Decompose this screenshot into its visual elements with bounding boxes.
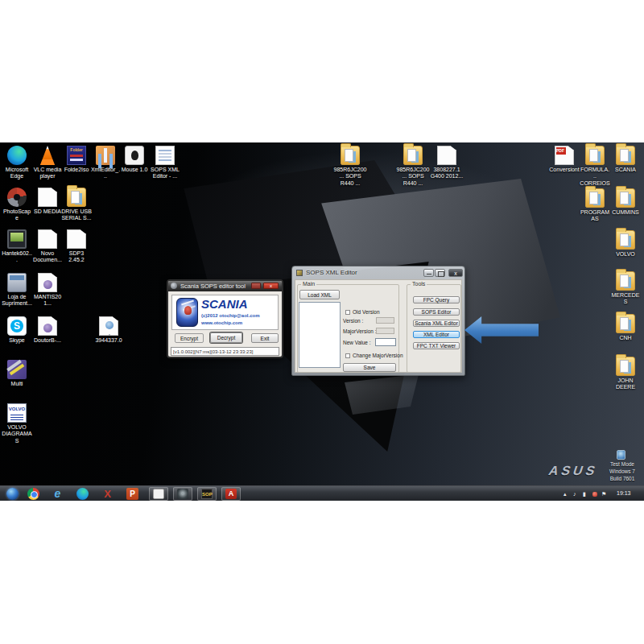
icon-label: PhotoScape <box>2 208 32 222</box>
desktop-icon-sops-folder-2[interactable]: 985R6JC200... SOPS R440 ... <box>396 146 430 187</box>
icon-label: MERCEDES <box>610 292 641 306</box>
chrome-icon[interactable] <box>27 488 39 500</box>
desktop-icon-xmleditor[interactable]: XmlEditor_... <box>90 146 121 180</box>
desktop-icon-skype[interactable]: Skype <box>2 316 32 344</box>
xml-window-titlebar[interactable]: SOPS XML Editor x <box>292 266 464 279</box>
save-button[interactable]: Save <box>343 363 396 372</box>
open-app-document-button[interactable] <box>149 487 168 501</box>
pdf-icon: PDF <box>555 146 574 165</box>
desktop-icon-loja[interactable]: Loja de Supriment... <box>2 273 32 308</box>
open-app-dark-button[interactable] <box>173 487 192 501</box>
desktop-icon-sops-xml-editor[interactable]: SOPS XML Editor - ... <box>150 146 180 180</box>
desktop-icon-g400-file[interactable]: 3808227.1 G400 2012... <box>430 146 464 180</box>
desktop-icon-drive-usb[interactable]: DRIVE USB SERIAL S... <box>61 188 92 222</box>
majorversion-label: MajorVersion : <box>343 328 377 334</box>
icon-label: 985R6JC200... SOPS R440 ... <box>333 167 367 187</box>
desktop-icon-john-deere[interactable]: JOHN DEERE <box>610 357 641 391</box>
desktop-icon-microsoft-edge[interactable]: Microsoft Edge <box>2 146 32 180</box>
desktop-icon-formula-correios[interactable]: FORMULA... CORREIOS <box>580 146 610 187</box>
scania-status-bar: [v1.0.002][N7:ms][03-13-12 23:33:23] <box>171 347 279 356</box>
xml-window-icon <box>296 270 303 276</box>
tray-alert-icon[interactable] <box>592 492 597 497</box>
volvo-diagramas-icon: VOLVO <box>7 403 27 423</box>
desktop-icon-sops-folder-1[interactable]: 985R6JC200... SOPS R440 ... <box>333 146 367 187</box>
powerpoint-icon[interactable]: P <box>126 488 138 500</box>
tray-network-icon[interactable]: ▮ <box>583 491 586 497</box>
change-majorversion-checkbox[interactable] <box>345 353 350 358</box>
internet-explorer-icon[interactable]: e <box>52 488 64 500</box>
decrypt-button[interactable]: Decrypt <box>210 332 242 343</box>
icon-label: VOLVO <box>610 251 641 258</box>
scania-xml-editor-button[interactable]: Scania XML Editor <box>413 320 460 327</box>
sops-xml-editor-window: SOPS XML Editor x Main Load XML Old Vers… <box>291 266 465 376</box>
sops-editor-button[interactable]: SOPS Editor <box>413 308 460 316</box>
version-field[interactable] <box>376 317 394 324</box>
tray-flag-icon[interactable]: ⚑ <box>601 491 606 497</box>
desktop-icon-sd-media[interactable]: SD MEDIA <box>32 188 63 215</box>
document-icon <box>67 229 86 249</box>
edge-taskbar-icon[interactable] <box>76 488 89 500</box>
folder-icon <box>616 314 635 333</box>
folder-icon <box>585 188 605 208</box>
minimize-button[interactable] <box>251 283 261 289</box>
taskbar-clock[interactable]: 19:13 <box>617 490 631 496</box>
load-xml-button[interactable]: Load XML <box>299 290 340 299</box>
maximize-button[interactable] <box>435 269 445 277</box>
tray-speaker-icon[interactable]: ♪ <box>573 491 576 497</box>
desktop-icon-cnh[interactable]: CNH <box>610 314 641 341</box>
close-button[interactable]: x <box>263 283 279 289</box>
old-version-checkbox[interactable] <box>345 310 350 315</box>
red-x-app-icon[interactable]: X <box>101 488 114 500</box>
xml-listbox[interactable] <box>299 302 341 368</box>
laptop-deck-highlight <box>345 374 425 415</box>
sops-doc-icon <box>155 146 175 165</box>
open-app-adobe-button[interactable]: A <box>221 487 241 501</box>
fpc-txt-viewer-button[interactable]: FPC TXT Viewer <box>413 342 460 349</box>
desktop-icon-folder2iso[interactable]: Folder Folde2Iso <box>61 146 92 173</box>
monitor-icon <box>7 229 27 249</box>
majorversion-field[interactable] <box>376 328 394 334</box>
tray-caret-icon[interactable]: ▴ <box>564 491 567 497</box>
document-icon <box>38 188 57 207</box>
desktop-icon-multi[interactable]: Multi <box>2 360 32 387</box>
icon-label: Hantek602... <box>2 250 32 264</box>
xml-editor-button[interactable]: XML Editor <box>413 331 460 338</box>
desktop-icon-novo-documento[interactable]: Novo Documen... <box>32 229 63 264</box>
folder2iso-icon: Folder <box>67 146 86 165</box>
desktop-icon-scania-folder[interactable]: SCANIA <box>610 146 641 173</box>
desktop-icon-3944337[interactable]: 3944337.0 <box>93 316 124 344</box>
desktop-icon-vlc[interactable]: VLC media player <box>32 146 63 180</box>
icon-label: Loja de Supriment... <box>2 294 32 308</box>
sops-app-icon: SOP <box>201 489 213 499</box>
fpc-query-button[interactable]: FPC Query <box>413 296 460 303</box>
desktop-icon-mouse[interactable]: Mouse 1.0 <box>119 146 150 173</box>
desktop-icon-photoscape[interactable]: PhotoScape <box>2 188 32 222</box>
desktop-icon-volvo-folder[interactable]: VOLVO <box>610 230 641 258</box>
desktop-icon-doutorb[interactable]: DoutorB-... <box>32 316 63 344</box>
scania-window-titlebar[interactable]: Scania SOPS editor tool x <box>168 281 282 291</box>
multi-tool-icon <box>7 360 27 379</box>
close-button[interactable]: x <box>448 269 463 277</box>
screenshot-canvas: ASUS Microsoft Edge VLC media player Fol… <box>0 0 644 644</box>
icon-label: Folde2Iso <box>61 167 92 173</box>
encrypt-button[interactable]: Encrypt <box>175 333 204 343</box>
folder-icon <box>585 146 605 165</box>
desktop-icon-sdp3[interactable]: SDP3 2.45.2 <box>61 229 92 264</box>
desktop-icon-cummins[interactable]: CUMMINS <box>610 188 641 216</box>
taskbar: e X P SOP A ▴ ♪ ▮ ⚑ 19:13 <box>0 485 644 501</box>
desktop-icon-volvo-diagramas[interactable]: VOLVO VOLVO DIAGRAMAS <box>2 403 32 444</box>
document-globe-icon <box>99 316 118 336</box>
exit-button[interactable]: Exit <box>251 333 279 343</box>
start-button[interactable] <box>6 488 19 500</box>
minimize-button[interactable] <box>423 269 434 277</box>
desktop-icon-mantis[interactable]: MANTIS201... <box>32 273 63 308</box>
open-app-sops-button[interactable]: SOP <box>197 487 217 501</box>
desktop-icon-conversion[interactable]: PDF Conversiont <box>549 146 580 173</box>
icon-label: VOLVO DIAGRAMAS <box>2 424 32 444</box>
desktop-icon-hantek[interactable]: Hantek602... <box>2 229 32 264</box>
watermark-line2: Windows 7 <box>602 469 642 476</box>
desktop-icon-programas[interactable]: PROGRAMAS <box>580 188 610 223</box>
new-value-field[interactable] <box>375 338 396 346</box>
desktop-icon-mercedes[interactable]: MERCEDES <box>610 271 641 306</box>
photoscape-icon <box>7 188 27 207</box>
